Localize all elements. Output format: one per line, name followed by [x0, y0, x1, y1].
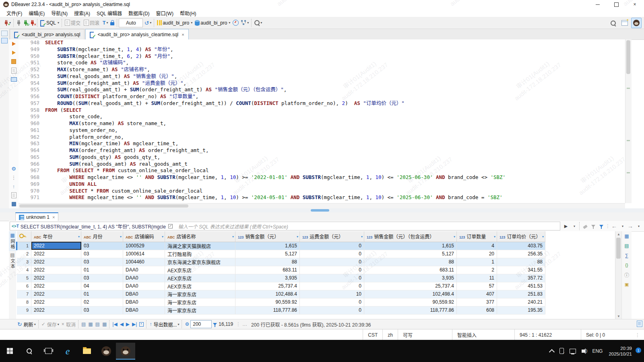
filter-settings-button[interactable] [597, 222, 605, 230]
grid-cell[interactable]: 0 [300, 298, 364, 306]
row-number-cell[interactable]: 3 [17, 258, 31, 266]
code-line[interactable]: 969 UNION ALL [19, 181, 625, 188]
code-line[interactable]: 953 SUM(real_goods_amt_t) AS "销售金额（元）", [19, 73, 625, 80]
grid-cell[interactable]: 0 [300, 242, 364, 250]
output-page-icon[interactable] [637, 321, 642, 327]
save-filter-button[interactable] [589, 222, 597, 230]
apply-filter-button[interactable]: ▶ [562, 222, 570, 230]
tray-volume-icon[interactable] [582, 350, 586, 353]
export-data-button[interactable]: ↑ 导出数据... ▾ [149, 321, 179, 328]
grid-cell[interactable]: 357.72 [497, 274, 545, 282]
duplicate-row-button[interactable]: ▦ [88, 321, 93, 327]
first-page-button[interactable]: |◀ [112, 321, 117, 327]
minimize-button[interactable] [588, 0, 607, 9]
more-tools-button[interactable]: ⋮ [9, 173, 19, 182]
quick-search-icon[interactable] [611, 21, 616, 26]
grid-cell[interactable]: 0 [300, 266, 364, 274]
status-insert-mode[interactable]: 智能插入 [452, 329, 514, 340]
status-caret-position[interactable]: 945 : 1 : 41622 [514, 329, 581, 340]
column-filter-icon[interactable]: ▾ [120, 235, 122, 239]
copy-sql-button[interactable] [9, 191, 19, 200]
grid-cell[interactable]: 0 [300, 274, 364, 282]
reconnect-button[interactable]: ↻ [22, 18, 29, 28]
grid-cell[interactable]: 03 [81, 274, 123, 282]
code-line[interactable]: 963 MIN(mgclear_time) AS mgclear_time_t, [19, 140, 625, 147]
filter-forward-dropdown[interactable]: ▾ [634, 222, 642, 230]
column-header-6[interactable]: 123销售金额（元）（包含运费）▾ [364, 231, 457, 242]
code-line[interactable]: 951 store_code AS "店铺编码", [19, 60, 625, 66]
grid-cell[interactable]: 5,127 [235, 250, 300, 258]
grid-cell[interactable]: 1 [457, 258, 497, 266]
row-number-cell[interactable]: 1 [17, 242, 31, 250]
column-filter-icon[interactable]: ▾ [162, 235, 163, 239]
grid-cell[interactable]: 407 [457, 290, 497, 298]
grid-cell[interactable]: DBA0 [123, 290, 165, 298]
save-sql-button[interactable] [9, 200, 19, 208]
grid-cell[interactable]: 1,615 [364, 242, 457, 250]
row-number-cell[interactable]: 2 [17, 250, 31, 258]
restore-panel-icon[interactable] [1, 31, 8, 36]
filter-history-dropdown[interactable]: ▾ [570, 222, 578, 230]
grid-cell[interactable]: 02 [81, 298, 123, 306]
grid-cell[interactable]: 25,737.4 [235, 282, 300, 290]
tray-usb-icon[interactable] [559, 348, 564, 354]
menu-item-navigate[interactable]: 导航(N) [48, 9, 71, 17]
grid-cell[interactable]: DBA0 [123, 298, 165, 306]
grid-cell[interactable]: 3,935 [364, 274, 457, 282]
result-grid[interactable]: ABC年份▾ABC月份▾ABC店铺编码▾ABC店铺名称▾123销售金额（元）▾1… [16, 231, 615, 319]
column-header-4[interactable]: 123销售金额（元）▾ [235, 231, 300, 242]
code-line[interactable]: 971 WHERE mgclear_time <> '' AND SUBSTR(… [19, 194, 625, 201]
menu-item-help[interactable]: 帮助(H) [177, 9, 200, 17]
grid-cell[interactable]: 04 [81, 282, 123, 290]
grid-cell[interactable]: 195.35 [497, 306, 545, 314]
grid-cell[interactable]: 1000614 [123, 250, 165, 258]
code-line[interactable]: 956 COUNT(DISTINCT platform_order_no) AS… [19, 93, 625, 100]
lock-button[interactable] [109, 18, 116, 28]
grid-settings-button[interactable]: ⚙ [185, 321, 189, 327]
code-line[interactable]: 970 SELECT * FROM custom_online_sale_ord… [19, 188, 625, 195]
filter-forward-button[interactable]: → [626, 222, 634, 230]
presentation-tab-grid[interactable]: ▦ 网格 [9, 231, 16, 251]
column-header-2[interactable]: ABC店铺编码▾ [123, 231, 165, 242]
code-line[interactable]: 949 SUBSTR(mgclear_time_t, 1, 4) AS "年份"… [19, 46, 625, 53]
grid-cell[interactable]: 88 [235, 258, 300, 266]
code-line[interactable]: 957 ROUND((SUM(real_goods_amt_t) + SUM(o… [19, 100, 625, 107]
code-line[interactable]: 955 SUM(real_goods_amt_t) + SUM(order_fr… [19, 86, 625, 93]
export-sql-button[interactable]: ↑ [9, 182, 19, 191]
start-button[interactable] [0, 343, 19, 360]
grid-cell[interactable]: 683.11 [364, 266, 457, 274]
rollback-button[interactable]: 回滚 [83, 18, 101, 28]
grid-cell[interactable]: 0 [300, 282, 364, 290]
row-count-button[interactable]: 16,119 [213, 321, 233, 327]
code-line[interactable]: 948SELECT [19, 39, 625, 46]
code-line[interactable]: 968 WHERE mgclear_time <> '' AND SUBSTR(… [19, 174, 625, 181]
menu-item-database[interactable]: 数据库(D) [125, 9, 153, 17]
grid-cell[interactable]: 118,777.86 [235, 306, 300, 314]
ie-taskbar-icon[interactable]: e [58, 343, 77, 360]
calc-panel-button[interactable]: ⓘ [624, 270, 629, 280]
scroll-up-arrow[interactable]: ▲ [615, 231, 622, 237]
code-line[interactable]: 954 SUM(order_freight_amt_t) AS "运费金额（元）… [19, 80, 625, 87]
add-row-button[interactable]: ▤ [81, 321, 86, 327]
tray-expand-button[interactable] [550, 348, 554, 354]
new-connection-button[interactable]: + ▾ [3, 18, 12, 28]
code-line[interactable]: 965 SUM(goods_qty) AS goods_qty_t, [19, 154, 625, 161]
grid-cell[interactable]: 403.75 [497, 242, 545, 250]
grid-cell[interactable]: AEX京东店 [165, 274, 235, 282]
code-line[interactable]: 962 platform_order_no, [19, 134, 625, 141]
grid-cell[interactable]: 88 [497, 258, 545, 266]
execute-statement-button[interactable] [9, 39, 19, 48]
grid-cell[interactable]: 0 [300, 306, 364, 314]
column-header-8[interactable]: 123订单均价（元）▾ [497, 231, 545, 242]
grid-cell[interactable]: DAA0 [123, 274, 165, 282]
maximize-button[interactable] [607, 0, 625, 9]
menu-item-edit[interactable]: 编辑(E) [25, 9, 48, 17]
datasource-selector[interactable]: audit_bi_pro ▾ [156, 18, 194, 28]
grid-cell[interactable]: 1004460 [123, 258, 165, 266]
grid-cell[interactable]: 2022 [31, 250, 81, 258]
editor-vertical-scrollbar[interactable] [625, 39, 632, 203]
grid-cell[interactable]: 20 [457, 250, 497, 258]
editor-tab-0[interactable]: <audit_bi_pro> analysis.sql [10, 29, 85, 39]
grid-cell[interactable]: 2022 [31, 258, 81, 266]
grid-cell[interactable]: 03 [81, 250, 123, 258]
